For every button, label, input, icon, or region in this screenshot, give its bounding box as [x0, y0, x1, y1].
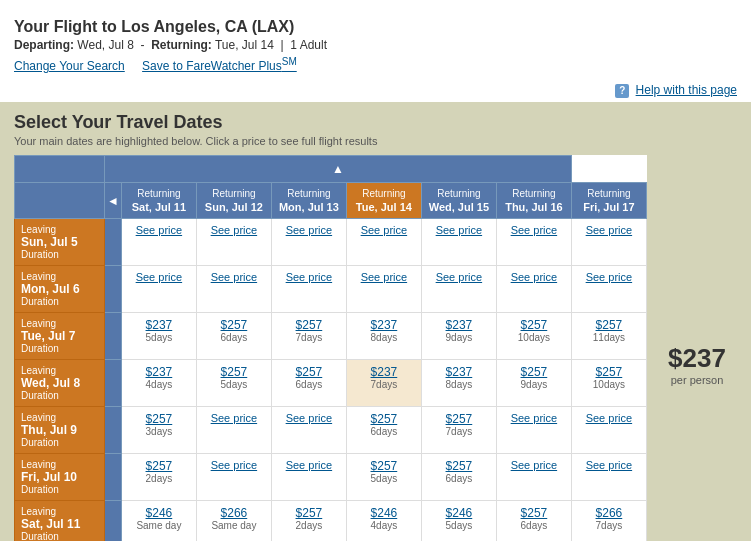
price-cell-0-0[interactable]: See price — [121, 219, 196, 266]
see-price-link-4-2[interactable]: See price — [286, 412, 332, 424]
price-link-2-2[interactable]: $257 — [275, 318, 343, 332]
price-cell-5-0[interactable]: $2572days — [121, 454, 196, 501]
price-cell-1-1[interactable]: See price — [196, 266, 271, 313]
price-cell-5-5[interactable]: See price — [496, 454, 571, 501]
see-price-link-4-5[interactable]: See price — [511, 412, 557, 424]
price-link-6-2[interactable]: $257 — [275, 506, 343, 520]
price-link-6-6[interactable]: $266 — [575, 506, 643, 520]
price-cell-1-0[interactable]: See price — [121, 266, 196, 313]
price-cell-6-1[interactable]: $266Same day — [196, 501, 271, 541]
price-link-2-4[interactable]: $237 — [425, 318, 493, 332]
see-price-link-1-0[interactable]: See price — [136, 271, 182, 283]
price-cell-6-5[interactable]: $2576days — [496, 501, 571, 541]
price-link-3-0[interactable]: $237 — [125, 365, 193, 379]
price-cell-5-4[interactable]: $2576days — [421, 454, 496, 501]
see-price-link-1-4[interactable]: See price — [436, 271, 482, 283]
scroll-left-button[interactable]: ◄ — [105, 184, 121, 218]
price-cell-6-6[interactable]: $2667days — [571, 501, 646, 541]
price-cell-2-4[interactable]: $2379days — [421, 313, 496, 360]
see-price-link-1-3[interactable]: See price — [361, 271, 407, 283]
see-price-link-0-5[interactable]: See price — [511, 224, 557, 236]
price-cell-2-6[interactable]: $25711days — [571, 313, 646, 360]
price-link-2-3[interactable]: $237 — [350, 318, 418, 332]
help-link[interactable]: Help with this page — [636, 83, 737, 97]
price-cell-5-3[interactable]: $2575days — [346, 454, 421, 501]
price-link-3-3[interactable]: $237 — [350, 365, 418, 379]
price-link-3-2[interactable]: $257 — [275, 365, 343, 379]
price-link-2-5[interactable]: $257 — [500, 318, 568, 332]
see-price-link-1-5[interactable]: See price — [511, 271, 557, 283]
price-cell-0-2[interactable]: See price — [271, 219, 346, 266]
price-link-3-6[interactable]: $257 — [575, 365, 643, 379]
see-price-link-1-2[interactable]: See price — [286, 271, 332, 283]
scroll-up-button[interactable]: ▲ — [105, 156, 571, 182]
see-price-link-5-2[interactable]: See price — [286, 459, 332, 471]
price-link-2-6[interactable]: $257 — [575, 318, 643, 332]
see-price-link-5-6[interactable]: See price — [586, 459, 632, 471]
price-cell-2-0[interactable]: $2375days — [121, 313, 196, 360]
price-cell-1-5[interactable]: See price — [496, 266, 571, 313]
price-link-6-5[interactable]: $257 — [500, 506, 568, 520]
see-price-link-4-1[interactable]: See price — [211, 412, 257, 424]
price-link-3-4[interactable]: $237 — [425, 365, 493, 379]
price-cell-1-3[interactable]: See price — [346, 266, 421, 313]
price-cell-6-0[interactable]: $246Same day — [121, 501, 196, 541]
price-cell-2-2[interactable]: $2577days — [271, 313, 346, 360]
price-cell-3-4[interactable]: $2378days — [421, 360, 496, 407]
price-cell-0-4[interactable]: See price — [421, 219, 496, 266]
price-cell-2-1[interactable]: $2576days — [196, 313, 271, 360]
save-fare-link[interactable]: Save to FareWatcher PlusSM — [142, 59, 297, 73]
price-cell-0-1[interactable]: See price — [196, 219, 271, 266]
price-cell-2-3[interactable]: $2378days — [346, 313, 421, 360]
price-cell-3-5[interactable]: $2579days — [496, 360, 571, 407]
see-price-link-0-1[interactable]: See price — [211, 224, 257, 236]
price-cell-4-3[interactable]: $2576days — [346, 407, 421, 454]
price-cell-4-2[interactable]: See price — [271, 407, 346, 454]
price-link-6-4[interactable]: $246 — [425, 506, 493, 520]
see-price-link-1-1[interactable]: See price — [211, 271, 257, 283]
change-search-link[interactable]: Change Your Search — [14, 59, 125, 73]
price-cell-4-4[interactable]: $2577days — [421, 407, 496, 454]
price-link-4-4[interactable]: $257 — [425, 412, 493, 426]
price-cell-3-1[interactable]: $2575days — [196, 360, 271, 407]
see-price-link-0-3[interactable]: See price — [361, 224, 407, 236]
price-link-5-3[interactable]: $257 — [350, 459, 418, 473]
see-price-link-0-0[interactable]: See price — [136, 224, 182, 236]
see-price-link-0-6[interactable]: See price — [586, 224, 632, 236]
price-cell-1-4[interactable]: See price — [421, 266, 496, 313]
price-cell-5-6[interactable]: See price — [571, 454, 646, 501]
price-link-6-3[interactable]: $246 — [350, 506, 418, 520]
price-link-5-0[interactable]: $257 — [125, 459, 193, 473]
see-price-link-5-5[interactable]: See price — [511, 459, 557, 471]
price-cell-1-2[interactable]: See price — [271, 266, 346, 313]
price-cell-4-5[interactable]: See price — [496, 407, 571, 454]
price-cell-4-1[interactable]: See price — [196, 407, 271, 454]
price-link-4-0[interactable]: $257 — [125, 412, 193, 426]
price-link-6-1[interactable]: $266 — [200, 506, 268, 520]
price-cell-3-0[interactable]: $2374days — [121, 360, 196, 407]
price-cell-4-6[interactable]: See price — [571, 407, 646, 454]
price-cell-3-6[interactable]: $25710days — [571, 360, 646, 407]
price-cell-1-6[interactable]: See price — [571, 266, 646, 313]
price-cell-5-2[interactable]: See price — [271, 454, 346, 501]
price-link-2-1[interactable]: $257 — [200, 318, 268, 332]
price-cell-5-1[interactable]: See price — [196, 454, 271, 501]
price-cell-0-6[interactable]: See price — [571, 219, 646, 266]
price-cell-0-3[interactable]: See price — [346, 219, 421, 266]
price-link-4-3[interactable]: $257 — [350, 412, 418, 426]
price-link-3-5[interactable]: $257 — [500, 365, 568, 379]
price-link-3-1[interactable]: $257 — [200, 365, 268, 379]
see-price-link-1-6[interactable]: See price — [586, 271, 632, 283]
see-price-link-0-4[interactable]: See price — [436, 224, 482, 236]
price-cell-3-2[interactable]: $2576days — [271, 360, 346, 407]
price-cell-3-3[interactable]: $2377days — [346, 360, 421, 407]
see-price-link-5-1[interactable]: See price — [211, 459, 257, 471]
price-link-2-0[interactable]: $237 — [125, 318, 193, 332]
price-cell-0-5[interactable]: See price — [496, 219, 571, 266]
see-price-link-4-6[interactable]: See price — [586, 412, 632, 424]
price-cell-4-0[interactable]: $2573days — [121, 407, 196, 454]
price-cell-6-3[interactable]: $2464days — [346, 501, 421, 541]
price-cell-2-5[interactable]: $25710days — [496, 313, 571, 360]
see-price-link-0-2[interactable]: See price — [286, 224, 332, 236]
price-link-5-4[interactable]: $257 — [425, 459, 493, 473]
